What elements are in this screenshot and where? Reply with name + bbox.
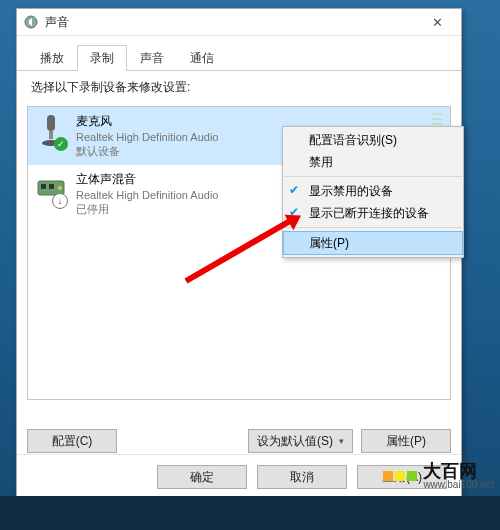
cancel-button[interactable]: 取消 (257, 465, 347, 489)
menu-label: 属性(P) (309, 235, 349, 252)
watermark-en: www.bai100.net (423, 480, 494, 490)
menu-label: 配置语音识别(S) (309, 132, 397, 149)
svg-rect-5 (41, 184, 46, 189)
microphone-icon: ✓ (36, 113, 66, 149)
svg-point-7 (58, 186, 62, 190)
menu-separator (284, 227, 462, 228)
soundcard-icon: ↓ (36, 171, 66, 207)
menu-separator (284, 176, 462, 177)
tab-recording[interactable]: 录制 (77, 45, 127, 71)
menu-properties[interactable]: 属性(P) (283, 231, 463, 255)
tab-playback[interactable]: 播放 (27, 45, 77, 71)
menu-disable[interactable]: 禁用 (283, 151, 463, 173)
check-icon: ✔ (289, 205, 303, 219)
close-button[interactable]: ✕ (419, 15, 455, 30)
dialog-title: 声音 (45, 14, 419, 31)
menu-label: 显示已断开连接的设备 (309, 205, 429, 222)
menu-configure-speech[interactable]: 配置语音识别(S) (283, 129, 463, 151)
set-default-button[interactable]: 设为默认值(S) (248, 429, 353, 453)
watermark-text: 大百网 www.bai100.net (423, 462, 494, 490)
desktop: 声音 ✕ 播放 录制 声音 通信 选择以下录制设备来修改设置: ✓ 麦克风 Re… (0, 0, 500, 530)
menu-label: 禁用 (309, 154, 333, 171)
properties-button[interactable]: 属性(P) (361, 429, 451, 453)
watermark-cn: 大百网 (423, 462, 494, 480)
svg-rect-1 (47, 115, 55, 131)
taskbar[interactable] (0, 496, 500, 530)
context-menu: 配置语音识别(S) 禁用 ✔显示禁用的设备 ✔显示已断开连接的设备 属性(P) (282, 126, 464, 258)
ok-button[interactable]: 确定 (157, 465, 247, 489)
disabled-badge-icon: ↓ (52, 193, 68, 209)
svg-rect-2 (49, 131, 53, 139)
configure-button[interactable]: 配置(C) (27, 429, 117, 453)
dialog-footer-row: 配置(C) 设为默认值(S) 属性(P) (27, 429, 451, 453)
watermark-logo-icon (383, 471, 417, 481)
menu-label: 显示禁用的设备 (309, 183, 393, 200)
menu-show-disconnected[interactable]: ✔显示已断开连接的设备 (283, 202, 463, 224)
menu-show-disabled[interactable]: ✔显示禁用的设备 (283, 180, 463, 202)
check-icon: ✔ (289, 183, 303, 197)
svg-rect-6 (49, 184, 54, 189)
tabs-row: 播放 录制 声音 通信 (17, 36, 461, 71)
default-badge-icon: ✓ (54, 137, 68, 151)
instruction-text: 选择以下录制设备来修改设置: (31, 79, 447, 96)
tab-sounds[interactable]: 声音 (127, 45, 177, 71)
tab-communications[interactable]: 通信 (177, 45, 227, 71)
titlebar: 声音 ✕ (17, 9, 461, 36)
watermark: 大百网 www.bai100.net (383, 462, 494, 490)
sound-dialog-icon (23, 14, 39, 30)
